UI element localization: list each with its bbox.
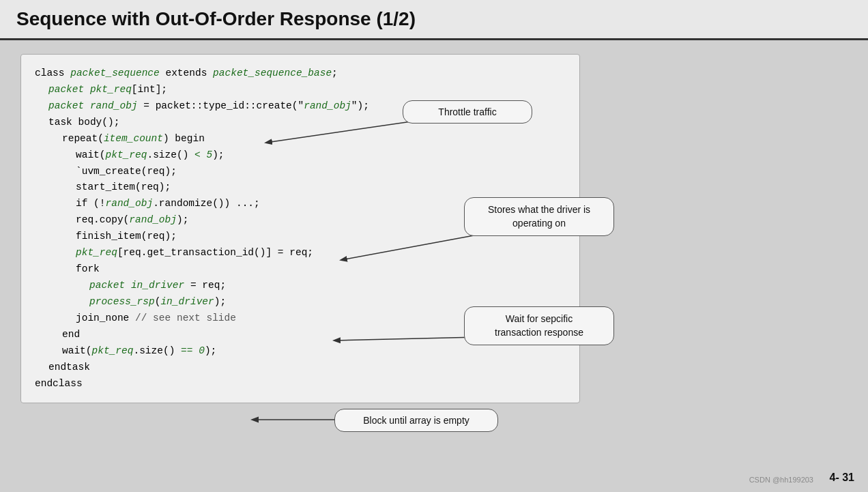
slide-number: 4- 31 [830,472,854,484]
wait-bubble: Wait for sepcifictransaction response [464,306,614,345]
slide-title: Sequence with Out-Of-Order Response (1/2… [16,8,416,29]
stores-bubble: Stores what the driver isoperating on [464,197,614,236]
slide-header: Sequence with Out-Of-Order Response (1/2… [0,0,868,40]
slide-main: class packet_sequence extends packet_seq… [0,40,868,492]
watermark: CSDN @hh199203 [749,476,813,484]
block-bubble: Block until array is empty [334,409,498,432]
throttle-bubble: Throttle traffic [403,100,532,124]
